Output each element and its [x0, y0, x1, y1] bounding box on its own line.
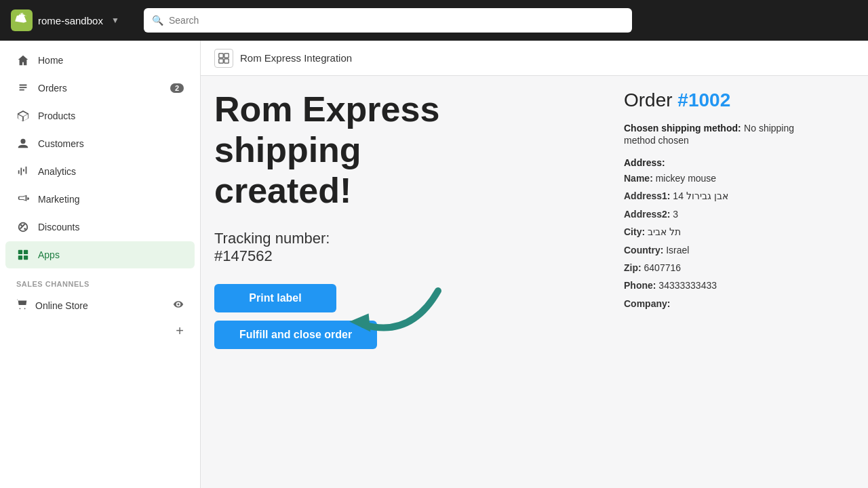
marketing-icon — [16, 192, 30, 206]
sidebar-item-analytics[interactable]: Analytics — [5, 158, 195, 185]
app-header: Rom Express Integration — [201, 41, 868, 76]
brand-name: rome-sandbox — [38, 15, 103, 26]
add-sales-channel[interactable]: + — [5, 319, 195, 343]
sidebar-item-marketing[interactable]: Marketing — [5, 186, 195, 213]
right-panel: Order #1002 Chosen shipping method: No s… — [610, 89, 854, 474]
address-address1: Address1: אבן גבירול 14 — [624, 188, 854, 203]
svg-rect-6 — [219, 53, 223, 57]
app-header-title: Rom Express Integration — [240, 52, 352, 64]
customers-icon — [16, 137, 30, 150]
address-city: City: תל אביב — [624, 224, 854, 239]
shipping-method-label: Chosen shipping method: — [624, 123, 741, 134]
sidebar-item-label: Marketing — [38, 194, 79, 205]
tracking-label: Tracking number: — [214, 230, 330, 247]
svg-rect-9 — [224, 58, 229, 62]
order-title: Order #1002 — [624, 89, 854, 111]
address-group: Address: Name: mickey mouse Address1: אב… — [624, 157, 854, 311]
shipping-title-line3: created! — [214, 171, 351, 210]
sidebar-item-label: Products — [38, 110, 75, 121]
sidebar-item-home[interactable]: Home — [5, 47, 195, 74]
sales-channels-label: SALES CHANNELS — [0, 269, 200, 292]
print-label-button[interactable]: Print label — [214, 284, 336, 312]
sidebar-item-apps[interactable]: Apps — [5, 241, 195, 268]
svg-point-1 — [24, 228, 26, 230]
sidebar-item-label: Customers — [38, 138, 84, 149]
shipping-created-heading: Rom Express shipping created! — [214, 89, 597, 211]
tracking-info: Tracking number: #147562 — [214, 230, 597, 265]
sales-channel-online-store[interactable]: Online Store — [5, 293, 195, 318]
left-panel: Rom Express shipping created! Tracking n… — [214, 89, 597, 474]
apps-icon — [16, 248, 30, 262]
action-buttons: Print label Fulfill and close order — [214, 284, 597, 349]
sidebar: Home Orders 2 Products Customers A — [0, 41, 201, 488]
sidebar-item-label: Apps — [38, 249, 60, 260]
shipping-title-line1: Rom Express — [214, 89, 439, 129]
search-bar[interactable]: 🔍 — [144, 8, 632, 33]
online-store-label: Online Store — [35, 300, 88, 311]
order-title-prefix: Order — [624, 89, 677, 110]
address-label: Address: — [624, 157, 854, 168]
sidebar-item-label: Orders — [38, 83, 67, 94]
orders-icon — [16, 81, 30, 95]
search-icon: 🔍 — [152, 15, 163, 26]
svg-rect-7 — [224, 53, 229, 57]
address-company: Company: — [624, 296, 854, 311]
address-zip: Zip: 6407716 — [624, 260, 854, 275]
svg-rect-4 — [18, 256, 22, 260]
search-input[interactable] — [169, 15, 624, 26]
sidebar-item-orders[interactable]: Orders 2 — [5, 75, 195, 102]
svg-rect-3 — [24, 250, 28, 254]
address-address2: Address2: 3 — [624, 207, 854, 222]
sidebar-item-label: Analytics — [38, 166, 76, 177]
brand-dropdown-arrow[interactable]: ▼ — [111, 16, 119, 25]
svg-rect-5 — [24, 256, 28, 260]
content-area: Rom Express Integration Rom Express ship… — [201, 41, 868, 488]
online-store-icon — [16, 298, 28, 312]
sidebar-item-products[interactable]: Products — [5, 102, 195, 129]
main-layout: Home Orders 2 Products Customers A — [0, 41, 868, 488]
svg-point-0 — [20, 224, 22, 226]
products-icon — [16, 109, 30, 123]
online-store-view-btn[interactable] — [173, 299, 184, 312]
topbar: rome-sandbox ▼ 🔍 — [0, 0, 868, 41]
home-icon — [16, 54, 30, 67]
order-number: #1002 — [677, 89, 730, 110]
address-phone: Phone: 34333333433 — [624, 278, 854, 293]
address-name: Name: mickey mouse — [624, 171, 854, 186]
brand-area[interactable]: rome-sandbox ▼ — [11, 9, 133, 31]
fulfill-close-order-button[interactable]: Fulfill and close order — [214, 321, 377, 349]
discounts-icon — [16, 220, 30, 234]
svg-rect-2 — [18, 250, 22, 254]
shipping-method-group: Chosen shipping method: No shippingmetho… — [624, 122, 854, 146]
tracking-number: #147562 — [214, 247, 273, 264]
add-sales-channel-btn[interactable]: + — [176, 324, 184, 338]
sidebar-item-customers[interactable]: Customers — [5, 130, 195, 157]
sidebar-item-label: Home — [38, 55, 63, 66]
shopify-logo — [11, 9, 33, 31]
address-country: Country: Israel — [624, 243, 854, 258]
svg-rect-8 — [219, 58, 223, 62]
app-header-icon — [214, 49, 233, 68]
analytics-icon — [16, 165, 30, 178]
shipping-title-line2: shipping — [214, 130, 361, 169]
orders-badge: 2 — [170, 83, 184, 93]
sidebar-item-label: Discounts — [38, 222, 79, 232]
app-main-content: Rom Express shipping created! Tracking n… — [201, 76, 868, 488]
sidebar-item-discounts[interactable]: Discounts — [5, 214, 195, 241]
